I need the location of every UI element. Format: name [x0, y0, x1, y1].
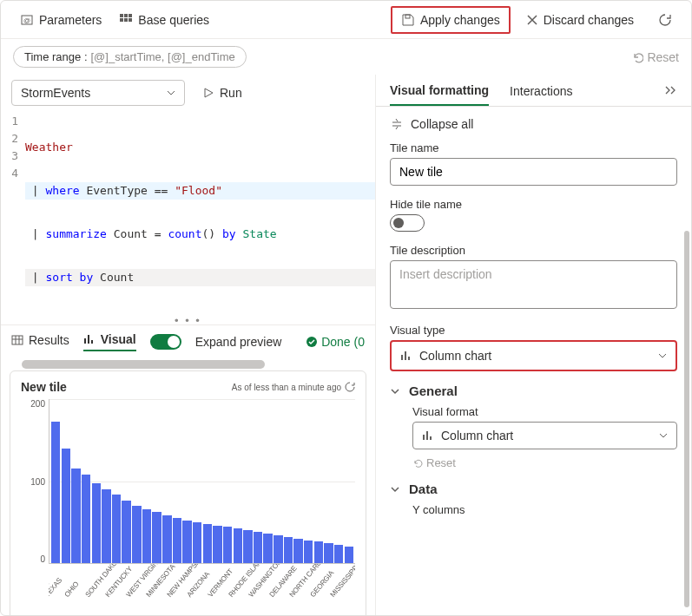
chevrons-right-icon[interactable]: [663, 83, 677, 97]
code-body[interactable]: Weather | where EventType == "Flood" | s…: [25, 113, 375, 312]
bar: [112, 495, 121, 563]
reset-label: Reset: [647, 50, 679, 64]
chevron-down-icon: [659, 431, 668, 440]
expand-preview-toggle[interactable]: [150, 334, 181, 350]
bar: [234, 528, 242, 563]
y-tick: 200: [30, 399, 45, 409]
discard-changes-button[interactable]: Discard changes: [517, 8, 643, 32]
tab-visual[interactable]: Visual: [83, 332, 136, 351]
parameters-label: Parameters: [39, 13, 102, 27]
apply-changes-label: Apply changes: [420, 13, 500, 27]
bar: [274, 535, 282, 563]
tab-visual-label: Visual: [101, 332, 136, 346]
bar: [334, 545, 343, 563]
line-number: 2: [1, 130, 18, 147]
y-tick: 0: [40, 554, 45, 564]
line-number: 4: [1, 165, 18, 182]
time-range-chip[interactable]: Time range : [@]_startTime, [@]_endTime: [13, 46, 247, 68]
discard-changes-label: Discard changes: [544, 13, 634, 27]
bar: [284, 537, 293, 563]
save-icon: [401, 13, 415, 27]
bar: [71, 469, 80, 563]
bar: [173, 518, 181, 563]
bar: [92, 483, 101, 563]
bar: [182, 521, 191, 563]
parameters-icon: @: [20, 13, 34, 27]
hide-tile-toggle[interactable]: [390, 214, 425, 232]
drag-handle[interactable]: • • •: [1, 314, 375, 324]
x-axis: IOWATEXASOHIOSOUTH DAKOTAKENTUCKYWEST VI…: [49, 564, 355, 616]
collapse-all-button[interactable]: Collapse all: [390, 117, 677, 131]
tab-results[interactable]: Results: [11, 333, 69, 351]
collapse-all-icon: [390, 117, 404, 131]
parameters-button[interactable]: @ Parameters: [11, 8, 110, 32]
reset-button[interactable]: Reset: [631, 50, 679, 64]
y-tick: 100: [30, 477, 45, 487]
y-columns-label: Y columns: [412, 503, 677, 516]
reset-visual-format[interactable]: Reset: [412, 453, 677, 469]
done-label: Done (0: [321, 335, 365, 349]
svg-rect-6: [124, 18, 128, 22]
visual-format-label: Visual format: [412, 405, 677, 418]
tab-visual-formatting[interactable]: Visual formatting: [390, 83, 489, 106]
bar: [51, 422, 60, 563]
bar: [122, 501, 130, 563]
svg-rect-8: [405, 15, 410, 18]
refresh-small-icon[interactable]: [345, 382, 355, 392]
y-axis: 200 100 0: [21, 399, 49, 564]
tile-desc-input[interactable]: [390, 260, 677, 309]
bar: [193, 522, 201, 563]
undo-icon: [412, 458, 423, 469]
svg-rect-4: [129, 14, 132, 17]
bar: [162, 515, 171, 563]
section-data[interactable]: Data: [390, 482, 677, 496]
tab-interactions[interactable]: Interactions: [510, 84, 572, 105]
visual-format-select[interactable]: Column chart: [412, 422, 677, 449]
bar: [223, 527, 232, 563]
vertical-scrollbar[interactable]: [684, 231, 689, 607]
query-editor[interactable]: 1 2 3 4 Weather | where EventType == "Fl…: [1, 111, 375, 314]
apply-changes-button[interactable]: Apply changes: [391, 6, 511, 34]
section-general[interactable]: General: [390, 383, 677, 398]
visual-type-value: Column chart: [419, 349, 491, 363]
line-number: 1: [1, 113, 18, 130]
tile-desc-label: Tile description: [390, 244, 677, 257]
visual-type-select[interactable]: Column chart: [390, 340, 677, 371]
column-chart: 200 100 0: [21, 399, 355, 564]
bar: [62, 449, 70, 563]
chevron-down-icon: [167, 88, 175, 97]
visual-type-label: Visual type: [390, 324, 677, 337]
time-range-label: Time range :: [24, 50, 88, 63]
refresh-icon: [658, 13, 672, 27]
column-chart-icon: [400, 350, 412, 362]
chart-tile: New tile As of less than a minute ago 20…: [10, 370, 366, 616]
play-icon: [202, 87, 214, 99]
base-queries-button[interactable]: Base queries: [110, 8, 218, 32]
tile-title: New tile: [21, 380, 67, 394]
tab-results-label: Results: [29, 333, 69, 347]
svg-rect-7: [129, 18, 132, 22]
bar: [263, 534, 272, 563]
grid-icon: [119, 13, 133, 27]
bar: [102, 489, 110, 563]
svg-rect-5: [120, 18, 123, 22]
close-icon: [526, 14, 538, 26]
bar: [345, 547, 353, 563]
refresh-button[interactable]: [649, 8, 681, 32]
hide-tile-label: Hide tile name: [390, 198, 677, 211]
bar: [254, 532, 262, 563]
bar: [142, 509, 151, 563]
tile-name-input[interactable]: [390, 158, 677, 186]
svg-rect-9: [12, 336, 23, 344]
datasource-select[interactable]: StormEvents: [11, 80, 185, 106]
data-label: Data: [409, 482, 438, 496]
top-toolbar: @ Parameters Base queries Apply changes …: [1, 1, 691, 39]
status-done: Done (0: [306, 335, 365, 349]
bar: [132, 506, 141, 563]
svg-rect-2: [120, 14, 123, 17]
chevron-down-icon: [390, 386, 400, 396]
code-token: Weather: [25, 141, 73, 154]
run-label: Run: [220, 86, 242, 100]
run-button[interactable]: Run: [194, 81, 251, 105]
tile-name-label: Tile name: [390, 141, 677, 154]
